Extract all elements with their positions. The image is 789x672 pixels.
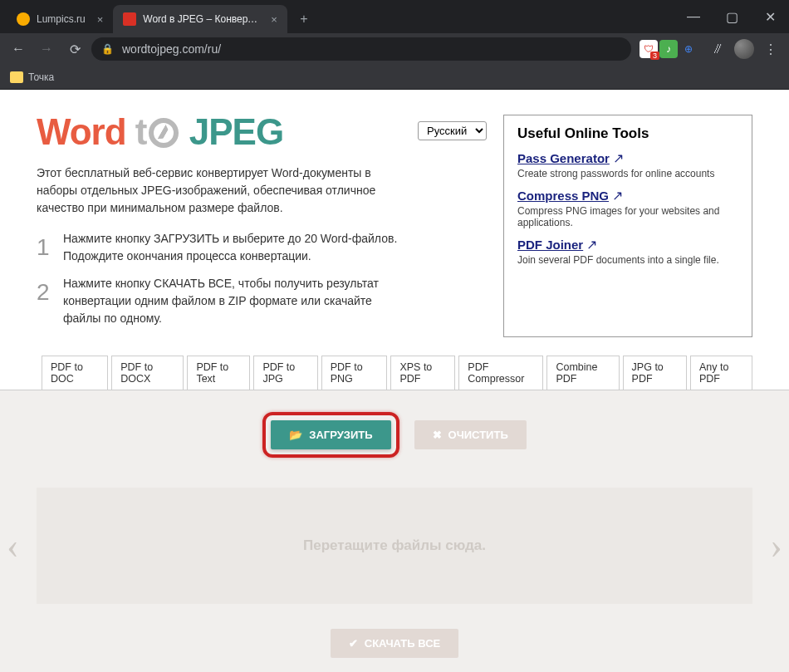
sidebar-link-desc: Compress PNG images for your websites an… bbox=[517, 205, 738, 228]
site-logo: Word t JPEG bbox=[37, 111, 401, 153]
bookmark-label: Точка bbox=[28, 71, 54, 83]
sidebar-title: Useful Online Tools bbox=[517, 125, 738, 142]
extension-icon[interactable]: ♪ bbox=[659, 40, 678, 58]
drop-area: 📂 ЗАГРУЗИТЬ ✖ ОЧИСТИТЬ ‹ Перетащите файл… bbox=[0, 390, 789, 672]
close-window-button[interactable]: ✕ bbox=[751, 0, 789, 33]
menu-button[interactable]: ⋮ bbox=[759, 37, 782, 61]
converter-tab[interactable]: PDF to DOCX bbox=[111, 356, 184, 390]
tab-title: Word в JPEG – Конвертировать bbox=[143, 13, 259, 25]
clear-label: ОЧИСТИТЬ bbox=[448, 429, 508, 441]
extension-icon[interactable]: ⊕ bbox=[679, 40, 698, 58]
tab-title: Lumpics.ru bbox=[37, 13, 86, 25]
sidebar-link-desc: Join several PDF documents into a single… bbox=[517, 254, 738, 266]
browser-tab-active[interactable]: Word в JPEG – Конвертировать × bbox=[113, 5, 287, 33]
sidebar-tools: Useful Online Tools Pass Generator↗ Crea… bbox=[503, 115, 752, 337]
browser-titlebar: Lumpics.ru × Word в JPEG – Конвертироват… bbox=[0, 0, 789, 33]
converter-tab[interactable]: XPS to PDF bbox=[390, 356, 455, 390]
converter-tab[interactable]: PDF Compressor bbox=[458, 356, 543, 390]
converter-tab[interactable]: PDF to PNG bbox=[321, 356, 388, 390]
browser-toolbar: ← → ⟳ 🔒 wordtojpeg.com/ru/ 3🛡 ♪ ⊕ ⫽ ⋮ bbox=[0, 33, 789, 65]
download-all-button[interactable]: ✔ СКАЧАТЬ ВСЕ bbox=[331, 629, 458, 658]
clear-button[interactable]: ✖ ОЧИСТИТЬ bbox=[414, 420, 527, 449]
sidebar-link: PDF Joiner↗ Join several PDF documents i… bbox=[517, 237, 738, 266]
sidebar-link: Compress PNG↗ Compress PNG images for yo… bbox=[517, 188, 738, 228]
download-row: ✔ СКАЧАТЬ ВСЕ bbox=[0, 629, 789, 658]
step-number: 1 bbox=[37, 230, 53, 265]
step-item: 2 Нажмите кнопку СКАЧАТЬ ВСЕ, чтобы полу… bbox=[37, 275, 401, 327]
button-row: 📂 ЗАГРУЗИТЬ ✖ ОЧИСТИТЬ bbox=[0, 412, 789, 458]
folder-open-icon: 📂 bbox=[289, 429, 302, 441]
close-icon: ✖ bbox=[433, 429, 442, 441]
chevron-left-icon[interactable]: ‹ bbox=[7, 525, 19, 567]
reading-list-icon[interactable]: ⫽ bbox=[706, 37, 729, 61]
converter-tab[interactable]: PDF to Text bbox=[187, 356, 250, 390]
url-text: wordtojpeg.com/ru/ bbox=[122, 42, 221, 56]
download-label: СКАЧАТЬ ВСЕ bbox=[365, 637, 440, 650]
minimize-button[interactable]: — bbox=[674, 0, 713, 33]
converter-tab[interactable]: Combine PDF bbox=[546, 356, 619, 390]
reload-button[interactable]: ⟳ bbox=[63, 37, 86, 61]
steps-list: 1 Нажмите кнопку ЗАГРУЗИТЬ и выберите до… bbox=[37, 230, 401, 327]
language-select[interactable]: Русский bbox=[418, 121, 487, 140]
upload-label: ЗАГРУЗИТЬ bbox=[309, 429, 372, 441]
page-content: Word t JPEG Этот бесплатный веб-сервис к… bbox=[0, 90, 789, 672]
favicon bbox=[123, 12, 136, 26]
close-icon[interactable]: × bbox=[97, 13, 104, 26]
bookmark-item[interactable]: Точка bbox=[10, 71, 54, 83]
sidebar-link-title[interactable]: Pass Generator bbox=[517, 151, 610, 165]
logo-part-word: Word bbox=[37, 111, 126, 152]
dropzone-hint: Перетащите файлы сюда. bbox=[303, 537, 486, 554]
arrow-icon: ↗ bbox=[613, 151, 624, 165]
reload-icon bbox=[149, 118, 179, 148]
lock-icon: 🔒 bbox=[101, 43, 114, 55]
browser-tab-inactive[interactable]: Lumpics.ru × bbox=[7, 5, 113, 33]
extensions: 3🛡 ♪ ⊕ bbox=[640, 40, 698, 58]
chevron-right-icon[interactable]: › bbox=[770, 525, 782, 567]
sidebar-link-desc: Create strong passwords for online accou… bbox=[517, 168, 738, 179]
arrow-icon: ↗ bbox=[612, 189, 623, 203]
bookmarks-bar: Точка bbox=[0, 65, 789, 90]
logo-part-jpeg: JPEG bbox=[189, 111, 283, 152]
step-number: 2 bbox=[37, 275, 53, 327]
language-selector: Русский bbox=[418, 121, 487, 337]
step-text: Нажмите кнопку СКАЧАТЬ ВСЕ, чтобы получи… bbox=[63, 275, 401, 327]
extension-icon[interactable]: 3🛡 bbox=[640, 40, 658, 58]
logo-part-to: t bbox=[135, 111, 147, 152]
arrow-icon: ↗ bbox=[586, 238, 597, 252]
window-controls: — ▢ ✕ bbox=[674, 0, 789, 33]
sidebar-link: Pass Generator↗ Create strong passwords … bbox=[517, 150, 738, 179]
converter-tab[interactable]: PDF to JPG bbox=[253, 356, 317, 390]
converter-tab[interactable]: Any to PDF bbox=[690, 356, 752, 390]
forward-button[interactable]: → bbox=[35, 37, 58, 61]
back-button[interactable]: ← bbox=[7, 37, 30, 61]
check-icon: ✔ bbox=[349, 637, 358, 650]
upload-highlight: 📂 ЗАГРУЗИТЬ bbox=[262, 412, 399, 458]
step-text: Нажмите кнопку ЗАГРУЗИТЬ и выберите до 2… bbox=[63, 230, 401, 265]
folder-icon bbox=[10, 71, 23, 83]
new-tab-button[interactable]: + bbox=[292, 7, 316, 31]
converter-tabs: PDF to DOC PDF to DOCX PDF to Text PDF t… bbox=[37, 356, 752, 390]
dropzone[interactable]: ‹ Перетащите файлы сюда. › bbox=[37, 488, 752, 604]
sidebar-link-title[interactable]: PDF Joiner bbox=[517, 238, 583, 252]
converter-tab[interactable]: JPG to PDF bbox=[623, 356, 687, 390]
close-icon[interactable]: × bbox=[271, 13, 277, 26]
converter-tab[interactable]: PDF to DOC bbox=[42, 356, 108, 390]
upload-button[interactable]: 📂 ЗАГРУЗИТЬ bbox=[271, 420, 390, 449]
favicon bbox=[17, 12, 30, 26]
profile-avatar[interactable] bbox=[734, 39, 754, 59]
url-bar[interactable]: 🔒 wordtojpeg.com/ru/ bbox=[91, 37, 631, 61]
step-item: 1 Нажмите кнопку ЗАГРУЗИТЬ и выберите до… bbox=[37, 230, 401, 265]
sidebar-link-title[interactable]: Compress PNG bbox=[517, 189, 609, 203]
maximize-button[interactable]: ▢ bbox=[713, 0, 751, 33]
intro-text: Этот бесплатный веб-сервис конвертирует … bbox=[37, 164, 401, 217]
